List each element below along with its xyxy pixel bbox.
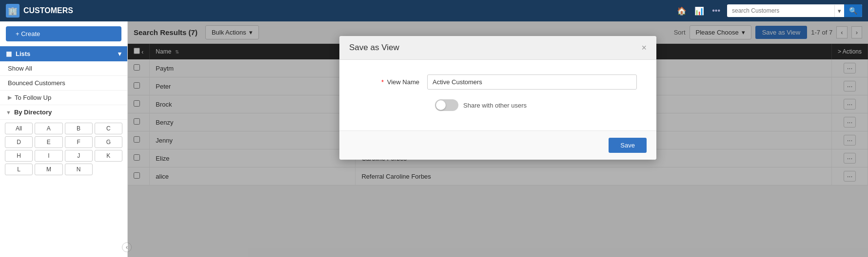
dir-btn-j[interactable]: J [65, 150, 93, 162]
directory-grid: All A B C D E F G H I J K L M N [0, 120, 127, 178]
sidebar: + Create ▦ Lists ▾ Show All Bounced Cust… [0, 21, 128, 257]
app-title: CUSTOMERS [23, 6, 73, 15]
modal-save-button[interactable]: Save [609, 138, 647, 153]
dir-btn-n[interactable]: N [65, 164, 93, 175]
more-icon[interactable]: ••• [710, 4, 722, 17]
dir-btn-a[interactable]: A [35, 123, 62, 134]
lists-label: Lists [16, 50, 30, 57]
sidebar-lists-header[interactable]: ▦ Lists ▾ [0, 46, 127, 61]
modal-overlay: Save as View × * View Name [128, 21, 868, 257]
lists-chevron-icon: ▾ [118, 50, 121, 57]
dir-btn-m[interactable]: M [35, 164, 62, 175]
modal-body: * View Name Share with other users [339, 60, 656, 130]
app-logo: 🏢 CUSTOMERS [6, 4, 73, 18]
view-name-label: * View Name [359, 78, 427, 86]
to-follow-up-label: To Follow Up [15, 94, 51, 101]
sidebar-section-lists: ▦ Lists ▾ Show All Bounced Customers ▶ T… [0, 46, 127, 178]
chart-icon[interactable]: 📊 [692, 4, 706, 18]
view-name-row: * View Name [359, 74, 637, 90]
dir-btn-l[interactable]: L [5, 164, 33, 175]
header-icons: 🏠 📊 ••• [675, 4, 722, 18]
bounced-customers-label: Bounced Customers [8, 79, 65, 87]
share-toggle-row: Share with other users [359, 99, 637, 111]
save-as-view-modal: Save as View × * View Name [339, 36, 656, 160]
dir-btn-g[interactable]: G [95, 136, 122, 148]
home-icon[interactable]: 🏠 [675, 4, 689, 18]
modal-footer: Save [339, 130, 656, 160]
dir-btn-i[interactable]: I [35, 150, 62, 162]
required-star: * [381, 78, 384, 86]
modal-title: Save as View [349, 43, 399, 53]
search-bar: ▾ 🔍 [727, 4, 862, 17]
dir-btn-e[interactable]: E [35, 136, 62, 148]
by-directory-arrow-icon: ▼ [6, 110, 11, 115]
app-header: 🏢 CUSTOMERS 🏠 📊 ••• ▾ 🔍 [0, 0, 868, 21]
to-follow-up-arrow-icon: ▶ [8, 94, 12, 101]
toggle-knob [436, 100, 446, 110]
show-all-label: Show All [8, 65, 32, 72]
logo-icon: 🏢 [6, 4, 20, 18]
view-name-input[interactable] [427, 74, 637, 90]
dir-btn-d[interactable]: D [5, 136, 33, 148]
sidebar-item-bounced-customers[interactable]: Bounced Customers [0, 76, 127, 91]
dir-btn-k[interactable]: K [95, 150, 122, 162]
dir-btn-all[interactable]: All [5, 123, 33, 134]
search-submit-btn[interactable]: 🔍 [844, 4, 862, 17]
dir-btn-c[interactable]: C [95, 123, 122, 134]
by-directory-label: By Directory [14, 109, 52, 116]
share-toggle[interactable] [435, 99, 458, 111]
sidebar-item-by-directory[interactable]: ▼ By Directory [0, 105, 127, 120]
dir-btn-b[interactable]: B [65, 123, 93, 134]
dir-btn-h[interactable]: H [5, 150, 33, 162]
modal-close-button[interactable]: × [641, 43, 647, 52]
sidebar-item-to-follow-up[interactable]: ▶ To Follow Up [0, 91, 127, 105]
share-label: Share with other users [463, 102, 527, 109]
create-button[interactable]: + Create [6, 26, 121, 41]
search-dropdown-btn[interactable]: ▾ [834, 5, 844, 17]
modal-header: Save as View × [339, 36, 656, 60]
lists-icon: ▦ [6, 50, 12, 57]
dir-btn-f[interactable]: F [65, 136, 93, 148]
main-content: Search Results (7) Bulk Actions ▾ Sort P… [128, 21, 868, 257]
sidebar-item-show-all[interactable]: Show All [0, 61, 127, 76]
search-input[interactable] [727, 5, 834, 17]
